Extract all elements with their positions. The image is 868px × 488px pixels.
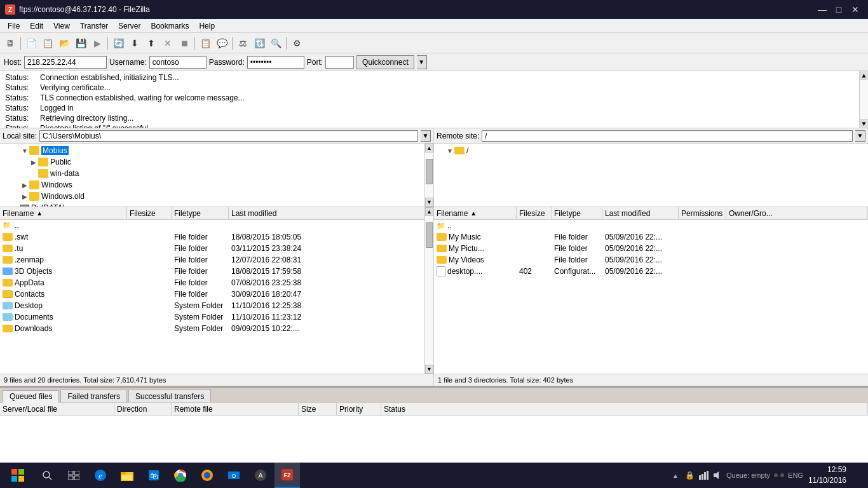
tb-btn-up[interactable]: ⬆ bbox=[144, 36, 159, 51]
close-button[interactable]: ✕ bbox=[848, 3, 863, 16]
username-input[interactable] bbox=[149, 56, 207, 69]
remote-site-dropdown[interactable]: ▼ bbox=[855, 130, 865, 142]
local-tree-scroll-up[interactable]: ▲ bbox=[425, 144, 433, 152]
tb-btn-sync[interactable]: 🔃 bbox=[252, 36, 267, 51]
local-row-dotdot[interactable]: 📁 .. bbox=[0, 220, 424, 231]
quickconnect-button[interactable]: Quickconnect bbox=[356, 55, 414, 69]
expand-icon-root[interactable]: ▼ bbox=[445, 146, 454, 155]
tree-item-windata[interactable]: win-data bbox=[0, 168, 433, 179]
tb-btn-3[interactable]: 📋 bbox=[40, 36, 55, 51]
minimize-button[interactable]: — bbox=[815, 3, 830, 16]
local-row-documents[interactable]: Documents System Folder 11/10/2016 11:23… bbox=[0, 311, 424, 323]
status-scroll-down[interactable]: ▼ bbox=[860, 119, 868, 128]
taskbar-outlook[interactable]: O bbox=[221, 463, 247, 488]
tb-btn-2[interactable]: 📄 bbox=[24, 36, 39, 51]
tree-item-windows-old[interactable]: ▶ Windows.old bbox=[0, 191, 433, 202]
start-button[interactable] bbox=[3, 463, 33, 488]
remote-col-permissions[interactable]: Permissions bbox=[679, 207, 726, 219]
taskbar-notification-area[interactable] bbox=[851, 463, 862, 488]
taskbar-clock[interactable]: 12:59 11/10/2016 bbox=[808, 464, 846, 486]
taskbar-explorer[interactable] bbox=[114, 463, 140, 488]
queue-col-priority[interactable]: Priority bbox=[337, 403, 381, 415]
tray-lock[interactable]: 🔒 bbox=[684, 470, 695, 480]
menu-edit[interactable]: Edit bbox=[25, 20, 48, 32]
tb-btn-1[interactable]: 🖥 bbox=[3, 36, 18, 51]
remote-col-modified[interactable]: Last modified bbox=[602, 207, 679, 219]
menu-server[interactable]: Server bbox=[113, 20, 146, 32]
tab-failed-transfers[interactable]: Failed transfers bbox=[60, 390, 127, 402]
remote-col-filesize[interactable]: Filesize bbox=[517, 207, 552, 219]
status-scroll-up[interactable]: ▲ bbox=[860, 71, 868, 80]
local-row-swt[interactable]: .swt File folder 18/08/2015 18:05:05 bbox=[0, 231, 424, 243]
expand-icon-mobius[interactable]: ▼ bbox=[20, 146, 29, 155]
tree-item-root[interactable]: ▼ / bbox=[434, 145, 868, 156]
expand-icon-public[interactable]: ▶ bbox=[29, 158, 38, 166]
tree-item-windows[interactable]: ▶ Windows bbox=[0, 179, 433, 191]
remote-row-myvideos[interactable]: My Videos File folder 05/09/2016 22:... bbox=[434, 254, 868, 266]
remote-site-input[interactable] bbox=[482, 130, 853, 142]
local-site-input[interactable] bbox=[39, 130, 418, 142]
taskbar-taskview[interactable] bbox=[61, 463, 86, 488]
menu-bookmarks[interactable]: Bookmarks bbox=[146, 20, 194, 32]
local-col-filesize[interactable]: Filesize bbox=[127, 207, 172, 219]
tb-btn-settings[interactable]: ⚙ bbox=[289, 36, 304, 51]
taskbar-store[interactable]: 🛍 bbox=[141, 463, 166, 488]
local-row-downloads[interactable]: Downloads System Folder 09/09/2015 10:22… bbox=[0, 323, 424, 334]
quickconnect-dropdown[interactable]: ▼ bbox=[417, 55, 427, 69]
tb-btn-msg[interactable]: 💬 bbox=[214, 36, 229, 51]
queue-col-remote[interactable]: Remote file bbox=[172, 403, 299, 415]
local-row-3dobjects[interactable]: 3D Objects File folder 18/08/2015 17:59:… bbox=[0, 266, 424, 277]
tb-btn-stop[interactable]: ⏹ bbox=[177, 36, 192, 51]
tb-btn-down[interactable]: ⬇ bbox=[127, 36, 142, 51]
remote-row-mymusic[interactable]: My Music File folder 05/09/2016 22:... bbox=[434, 231, 868, 243]
maximize-button[interactable]: □ bbox=[831, 3, 846, 16]
host-input[interactable] bbox=[24, 56, 107, 69]
tab-successful-transfers[interactable]: Successful transfers bbox=[128, 390, 211, 402]
tb-btn-6[interactable]: ▶ bbox=[90, 36, 105, 51]
tb-btn-reconnect[interactable]: 🔄 bbox=[111, 36, 126, 51]
menu-transfer[interactable]: Transfer bbox=[75, 20, 113, 32]
local-filelist-scroll-up[interactable]: ▲ bbox=[425, 207, 433, 216]
queue-col-server[interactable]: Server/Local file bbox=[0, 403, 114, 415]
taskbar-app1[interactable]: A bbox=[248, 463, 273, 488]
local-row-appdata[interactable]: AppData File folder 07/08/2016 23:25:38 bbox=[0, 277, 424, 288]
taskbar-filezilla[interactable]: FZ bbox=[275, 463, 300, 488]
tab-queued-files[interactable]: Queued files bbox=[3, 390, 59, 403]
queue-col-status[interactable]: Status bbox=[381, 403, 868, 415]
local-row-contacts[interactable]: Contacts File folder 30/09/2016 18:20:47 bbox=[0, 288, 424, 300]
local-row-desktop[interactable]: Desktop System Folder 11/10/2016 12:25:3… bbox=[0, 300, 424, 311]
tray-volume[interactable] bbox=[712, 470, 722, 480]
queue-col-direction[interactable]: Direction bbox=[114, 403, 172, 415]
tb-btn-filter[interactable]: 🔍 bbox=[268, 36, 283, 51]
local-row-tu[interactable]: .tu File folder 03/11/2015 23:38:24 bbox=[0, 243, 424, 254]
tray-language[interactable]: ENG bbox=[788, 471, 803, 479]
tree-item-d-data[interactable]: ▶ D: (DATA) bbox=[0, 202, 433, 207]
queue-col-size[interactable]: Size bbox=[299, 403, 337, 415]
remote-col-filename[interactable]: Filename ▲ bbox=[434, 207, 517, 219]
tray-chevron[interactable]: ▲ bbox=[670, 470, 681, 480]
local-col-filename[interactable]: Filename ▲ bbox=[0, 207, 127, 219]
local-col-modified[interactable]: Last modified bbox=[229, 207, 433, 219]
tb-btn-cancel[interactable]: ✕ bbox=[160, 36, 175, 51]
tree-item-mobius[interactable]: ▼ Mobius bbox=[0, 145, 433, 156]
tb-btn-compare[interactable]: ⚖ bbox=[235, 36, 250, 51]
expand-icon-d[interactable]: ▶ bbox=[11, 203, 20, 207]
taskbar-edge[interactable]: e bbox=[88, 463, 113, 488]
taskbar-chrome[interactable] bbox=[168, 463, 193, 488]
menu-help[interactable]: Help bbox=[194, 20, 220, 32]
expand-icon-windows[interactable]: ▶ bbox=[20, 180, 29, 189]
tb-btn-log[interactable]: 📋 bbox=[198, 36, 213, 51]
tray-network[interactable] bbox=[698, 470, 709, 480]
local-tree-scroll-down[interactable]: ▼ bbox=[425, 198, 433, 207]
local-row-zenmap[interactable]: .zenmap File folder 12/07/2016 22:08:31 bbox=[0, 254, 424, 266]
taskbar-firefox[interactable] bbox=[194, 463, 220, 488]
remote-col-owner[interactable]: Owner/Gro... bbox=[726, 207, 868, 219]
local-site-dropdown[interactable]: ▼ bbox=[421, 130, 431, 142]
tb-btn-5[interactable]: 💾 bbox=[73, 36, 88, 51]
remote-row-dotdot[interactable]: 📁 .. bbox=[434, 220, 868, 231]
local-filelist-scroll-down[interactable]: ▼ bbox=[425, 365, 433, 374]
tb-btn-4[interactable]: 📂 bbox=[57, 36, 72, 51]
password-input[interactable] bbox=[247, 56, 304, 69]
menu-file[interactable]: File bbox=[3, 20, 25, 32]
port-input[interactable] bbox=[325, 56, 354, 69]
